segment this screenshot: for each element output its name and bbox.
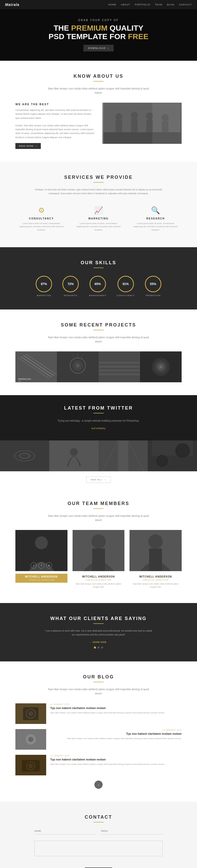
nav-contact[interactable]: Contact xyxy=(179,3,192,6)
testimonial-dot-2[interactable] xyxy=(101,647,103,649)
svg-rect-43 xyxy=(118,440,128,471)
skills-divider xyxy=(93,268,104,268)
blog-title: Our Blog xyxy=(15,674,182,680)
team-member-role-1: Creative Director xyxy=(73,579,125,581)
contact-name-input[interactable] xyxy=(34,828,96,835)
project-item-6[interactable] xyxy=(98,440,148,471)
team-member-name-0: Mitchell Anderson xyxy=(17,575,66,578)
project-item-3[interactable]: Bokeh xyxy=(140,351,182,382)
project-item-5[interactable] xyxy=(49,440,98,471)
blog-image-0 xyxy=(15,703,46,724)
about-badge: We Are The Best xyxy=(15,103,95,106)
svg-rect-5 xyxy=(131,119,138,133)
contact-title: Contact xyxy=(15,814,182,820)
testimonials-title: What Our Clients Are Saying xyxy=(15,616,182,621)
projects-grid-bottom-wrapper xyxy=(0,440,197,471)
team-section: Our Team Members Nam liber tempor cum so… xyxy=(0,488,197,603)
project-item-2[interactable]: Tracks xyxy=(98,351,140,382)
linkedin-icon-0[interactable]: in xyxy=(46,562,52,568)
about-readmore-button[interactable]: Read More → xyxy=(15,143,41,149)
project-item-4[interactable] xyxy=(0,440,49,471)
hero-free: FREE xyxy=(128,32,149,41)
testimonial-quote: "I am a pleasure to work with ones. He i… xyxy=(45,629,152,637)
service-research: 🔍 Research Lorem ipsum dolor sit amet, c… xyxy=(129,204,182,235)
svg-rect-55 xyxy=(92,549,105,571)
blog-date-0: 12 January 2015 xyxy=(50,703,182,705)
team-title: Our Team Members xyxy=(15,501,182,506)
contact-message-input[interactable] xyxy=(34,841,163,856)
twitter-icon-0[interactable]: t xyxy=(31,562,37,568)
projects-intro: Nam liber tempor cum soluta nobis eleife… xyxy=(47,336,150,344)
skill-label-0: Marketing xyxy=(36,294,52,297)
arrow-right-icon: → xyxy=(35,145,37,147)
contact-email-input[interactable] xyxy=(101,828,163,835)
skill-promotion: 55% Promotion xyxy=(145,276,161,297)
facebook-icon-0[interactable]: f xyxy=(38,562,44,568)
nav-blog[interactable]: Blog xyxy=(167,3,174,6)
nav-links: Home About Portfolio Team Blog Contact xyxy=(108,3,192,6)
team-grid: t f in Mitchell Anderson Creative Direct… xyxy=(15,530,182,590)
blog-thumb-1 xyxy=(15,729,46,750)
project-item-1[interactable]: Nature xyxy=(57,351,98,382)
team-member-role-0: Creative Director xyxy=(17,579,66,581)
twitter-link[interactable]: butf.tu/foByky xyxy=(91,427,106,430)
nav-portfolio[interactable]: Portfolio xyxy=(135,3,150,6)
service-text-0: Lorem ipsum dolor sit amet, consectetuer… xyxy=(18,222,65,232)
service-marketing: 📈 Marketing Lorem ipsum dolor sit amet, … xyxy=(73,204,125,235)
svg-point-52 xyxy=(35,536,48,549)
blog-excerpt-2: Nam liber tempor cum soluta nobis eleife… xyxy=(50,763,182,766)
services-divider xyxy=(93,182,104,183)
team-member-1: Mitchell Anderson Creative Director Nam … xyxy=(73,530,125,590)
nav-about[interactable]: About xyxy=(121,3,130,6)
project-item-7[interactable] xyxy=(148,440,197,471)
see-all-button[interactable]: See All → xyxy=(86,476,111,483)
contact-message-field xyxy=(34,839,163,857)
arrow-right-icon: → xyxy=(104,478,107,481)
twitter-tweet: Trying out velocitag - a simple website … xyxy=(15,418,182,423)
contact-section: Contact Submit xyxy=(0,802,197,868)
skill-label-2: Management xyxy=(89,294,106,297)
nav-team[interactable]: Team xyxy=(155,3,162,6)
projects-section: Some Recent Projects Nam liber tempor cu… xyxy=(0,309,197,395)
contact-form: Submit xyxy=(34,828,163,868)
team-member-desc-2: Nam liber tempor cum soluta nobis eleife… xyxy=(129,583,182,589)
svg-point-6 xyxy=(146,113,153,120)
svg-point-4 xyxy=(131,112,138,119)
service-text-2: Lorem ipsum dolor sit amet, consectetuer… xyxy=(132,222,179,232)
project-item-0[interactable]: PAPERCLIPS ART Paperclips xyxy=(15,351,57,382)
service-name-2: Research xyxy=(132,217,179,220)
blog-more-button[interactable]: ↓ xyxy=(94,780,103,789)
about-desc2: Facilisi. Nam liber tempor cum soluta no… xyxy=(15,124,95,140)
team-photo-0: t f in xyxy=(15,530,68,571)
team-info-2: Mitchell Anderson Creative Director Nam … xyxy=(129,574,182,590)
skill-label-3: Consultancy xyxy=(117,294,135,297)
blog-thumb-2 xyxy=(15,755,46,775)
team-member-role-2: Creative Director xyxy=(129,579,182,581)
team-member-desc-1: Nam liber tempor cum soluta nobis eleife… xyxy=(73,583,125,589)
svg-rect-7 xyxy=(147,119,153,133)
service-name-0: Consultancy xyxy=(18,217,65,220)
services-section: Services We Provide Volutpat. Ut wisi en… xyxy=(0,162,197,247)
testimonial-dot-0[interactable] xyxy=(94,647,96,649)
contact-divider xyxy=(93,822,104,823)
research-icon: 🔍 xyxy=(132,206,179,215)
team-member-0: t f in Mitchell Anderson Creative Direct… xyxy=(15,530,68,590)
team-member-name-2: Mitchell Anderson xyxy=(129,575,182,578)
hero-section: Grab your copy of THE PREMIUM QUALITY PS… xyxy=(0,9,197,61)
about-inner: We Are The Best Consectetuer adipiscing … xyxy=(15,103,182,149)
projects-divider xyxy=(93,330,104,330)
service-consultancy: ⚙ Consultancy Lorem ipsum dolor sit amet… xyxy=(15,204,68,235)
nav-home[interactable]: Home xyxy=(108,3,116,6)
blog-image-2 xyxy=(15,755,46,775)
hero-download-button[interactable]: Download ↓ xyxy=(83,45,114,52)
service-name-1: Marketing xyxy=(75,217,122,220)
svg-point-66 xyxy=(28,737,33,742)
member-silhouette-1 xyxy=(73,530,125,571)
blog-post-title-2[interactable]: Typ non habent claritatem insitam molam xyxy=(50,757,182,761)
testimonial-dot-1[interactable] xyxy=(97,647,100,649)
blog-post-title-0[interactable]: Typ non habent claritatem insitam molam xyxy=(50,706,182,710)
blog-post-title-1[interactable]: Typ non habent claritatem insitam molam xyxy=(50,732,182,736)
skills-circles: 87% Marketing 72% Research 65% Managemen… xyxy=(15,276,182,297)
skill-circle-3: 91% xyxy=(117,276,134,292)
skill-marketing: 87% Marketing xyxy=(36,276,52,297)
